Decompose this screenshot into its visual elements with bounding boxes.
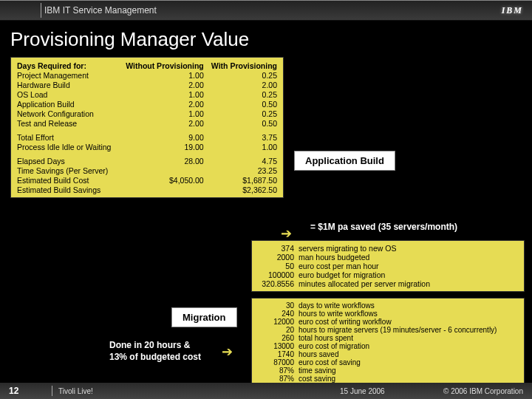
cell: 0.25	[205, 109, 279, 118]
footer-date: 15 June 2006	[340, 387, 443, 395]
cell: 4.75	[205, 156, 279, 166]
header-divider	[41, 3, 41, 18]
col-header-task: Days Required for:	[16, 61, 119, 70]
col-header-without: Without Provisioning	[119, 61, 205, 70]
cell: hours saved	[299, 350, 497, 358]
cell: 20	[258, 326, 299, 334]
cell: 320.8556	[258, 279, 299, 288]
cell: 87%	[258, 375, 299, 383]
cell: 0.25	[205, 70, 279, 80]
cell: euro cost of migration	[299, 342, 497, 350]
page-number: 12	[9, 386, 46, 396]
cell: 1.00	[119, 70, 205, 80]
cell: 240	[258, 310, 299, 318]
cell: 1.00	[119, 89, 205, 99]
cell: 3.75	[205, 132, 279, 142]
row-label: Total Effort	[16, 132, 119, 142]
cell: 50	[258, 262, 299, 270]
cell: 23.25	[205, 166, 279, 175]
cell: minutes allocated per server migration	[299, 279, 430, 288]
cell: 0.25	[205, 89, 279, 99]
cell: 374	[258, 244, 299, 253]
cell	[119, 185, 205, 194]
cell: 87000	[258, 358, 299, 366]
cell: euro cost per man hour	[299, 262, 430, 270]
cell: 1740	[258, 350, 299, 358]
cell: 28.00	[119, 156, 205, 166]
callout-application-build: Application Build	[294, 151, 395, 171]
row-label: OS Load	[16, 89, 119, 99]
cell: 100000	[258, 270, 299, 279]
row-label: Network Configuration	[16, 109, 119, 118]
cell: 87%	[258, 366, 299, 375]
callout-done: Done in 20 hours & 13% of budgeted cost	[109, 340, 201, 363]
cell: days to write workflows	[299, 301, 497, 310]
migration-result-box: 30days to write workflows 240hours to wr…	[251, 298, 525, 386]
footer-copyright: © 2006 IBM Corporation	[443, 387, 523, 395]
footer-bar: 12 Tivoli Live! 15 June 2006 © 2006 IBM …	[0, 383, 532, 399]
callout-migration: Migration	[171, 307, 237, 327]
footer-event: Tivoli Live!	[58, 387, 340, 395]
cell: 1.00	[119, 109, 205, 118]
page-title: Provisioning Manager Value	[0, 21, 532, 57]
row-label: Elapsed Days	[16, 156, 119, 166]
col-header-with: With Provisioning	[205, 61, 279, 70]
migration-input-box: 374servers migrating to new OS 2000man h…	[251, 240, 525, 292]
arrow-right-icon: ➔	[222, 344, 233, 360]
row-label: Time Savings (Per Server)	[16, 166, 119, 175]
cell: 12000	[258, 318, 299, 326]
cell: total hours spent	[299, 334, 497, 342]
arrow-right-icon: ➔	[281, 225, 292, 242]
cell: 2.00	[119, 80, 205, 89]
cell: 13000	[258, 342, 299, 350]
row-label: Application Build	[16, 99, 119, 109]
cell: man hours budgeted	[299, 253, 430, 262]
cell: servers migrating to new OS	[299, 244, 430, 253]
done-line2: 13% of budgeted cost	[109, 352, 201, 362]
cell: 0.50	[205, 118, 279, 128]
row-label: Estimated Build Cost	[16, 175, 119, 185]
cell: 2.00	[205, 80, 279, 89]
cell: $1,687.50	[205, 175, 279, 185]
cell: euro budget for migration	[299, 270, 430, 279]
callout-saved: = $1M pa saved (35 servers/month)	[310, 222, 457, 232]
cell: 260	[258, 334, 299, 342]
cell: hours to migrate servers (19 minutes/ser…	[299, 326, 497, 334]
footer-divider	[52, 386, 52, 396]
row-label: Estimated Build Savings	[16, 185, 119, 194]
ibm-logo: IBM	[502, 5, 523, 16]
cell: 2000	[258, 253, 299, 262]
header-product: IBM IT Service Management	[44, 5, 157, 16]
row-label: Test and Release	[16, 118, 119, 128]
cell: $4,050.00	[119, 175, 205, 185]
cell: time saving	[299, 366, 497, 375]
row-label: Process Idle Idle or Waiting	[16, 142, 119, 151]
cell: 30	[258, 301, 299, 310]
row-label: Project Management	[16, 70, 119, 80]
cell: 2.00	[119, 99, 205, 109]
header-bar: IBM IT Service Management IBM	[0, 0, 532, 21]
cell: hours to write workflows	[299, 310, 497, 318]
cell: 2.00	[119, 118, 205, 128]
done-line1: Done in 20 hours &	[109, 340, 190, 350]
cell: euro cost of writing workflow	[299, 318, 497, 326]
cell: $2,362.50	[205, 185, 279, 194]
cell	[119, 166, 205, 175]
row-label: Hardware Build	[16, 80, 119, 89]
cell: 19.00	[119, 142, 205, 151]
cell: 9.00	[119, 132, 205, 142]
cell: 1.00	[205, 142, 279, 151]
provisioning-comparison-table: Days Required for: Without Provisioning …	[10, 57, 284, 198]
cell: 0.50	[205, 99, 279, 109]
cell: euro cost of saving	[299, 358, 497, 366]
cell: cost saving	[299, 375, 497, 383]
